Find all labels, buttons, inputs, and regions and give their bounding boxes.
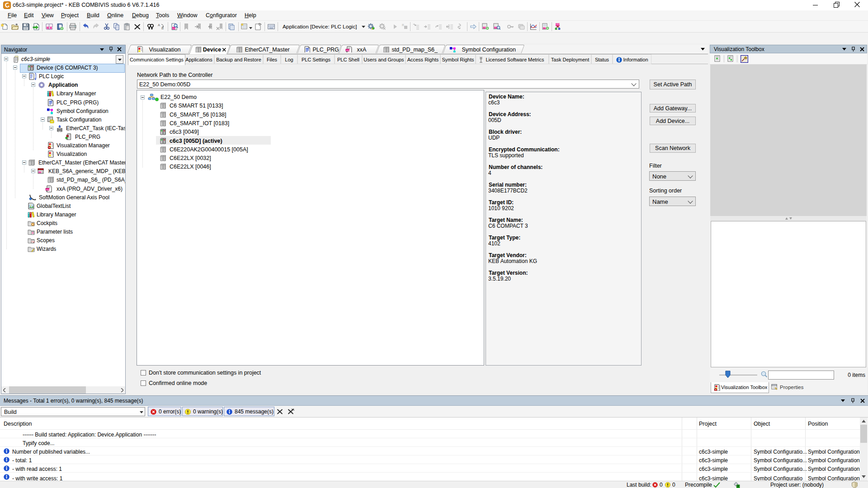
svg-text:KEB: KEB xyxy=(556,23,560,26)
svg-text:KEB: KEB xyxy=(50,27,53,29)
svg-text:R: R xyxy=(402,23,404,27)
svg-text:A: A xyxy=(158,23,160,27)
svg-text:KEB: KEB xyxy=(172,27,176,29)
